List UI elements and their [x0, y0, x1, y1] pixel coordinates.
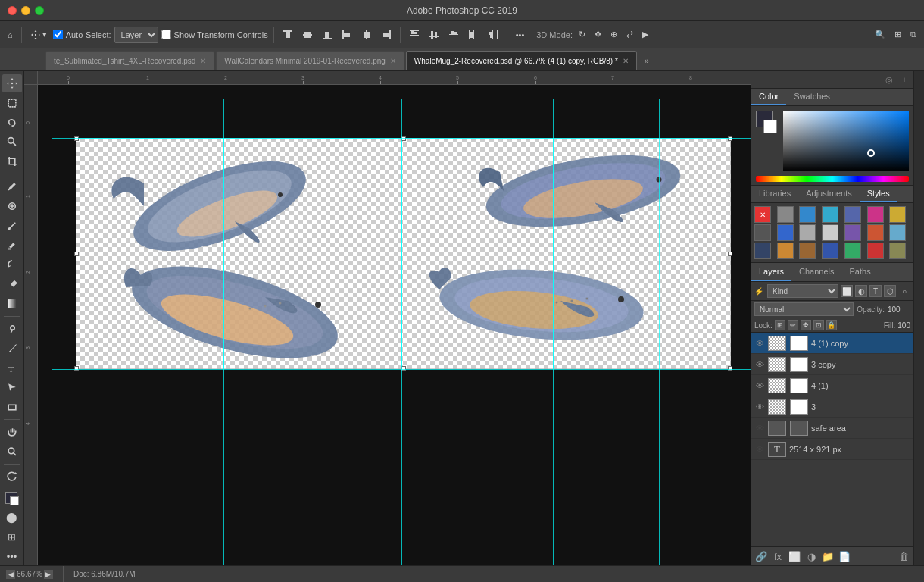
- tab-3-close[interactable]: ✕: [623, 57, 629, 65]
- move-tool-button[interactable]: ▾: [27, 28, 50, 42]
- align-vertical-center-button[interactable]: [299, 28, 316, 42]
- style-swatch-14[interactable]: [754, 242, 771, 259]
- style-swatch-16[interactable]: [799, 242, 816, 259]
- maximize-button[interactable]: [35, 6, 44, 15]
- style-swatch-6[interactable]: [889, 206, 906, 223]
- distribute-vc-button[interactable]: [426, 28, 442, 42]
- style-swatch-10[interactable]: [822, 224, 838, 241]
- distribute-left-button[interactable]: [465, 28, 482, 42]
- style-swatch-18[interactable]: [844, 242, 861, 259]
- eyedropper-tool[interactable]: [2, 177, 22, 196]
- style-swatch-11[interactable]: [844, 224, 861, 241]
- paths-tab[interactable]: Paths: [842, 263, 879, 281]
- style-swatch-4[interactable]: [844, 206, 861, 223]
- new-layer-button[interactable]: 📄: [838, 549, 851, 563]
- color-hue-slider[interactable]: [756, 176, 909, 182]
- text-tool[interactable]: T: [2, 359, 22, 377]
- distribute-bottom-button[interactable]: [445, 28, 462, 42]
- lock-position-icon[interactable]: ✥: [801, 320, 811, 330]
- layer-2-visibility[interactable]: 👁: [754, 380, 765, 391]
- style-swatch-9[interactable]: [799, 224, 816, 241]
- auto-select-dropdown[interactable]: Layer: [114, 27, 158, 43]
- canvas-background[interactable]: [38, 85, 751, 565]
- style-swatch-20[interactable]: [889, 242, 906, 259]
- color-spectrum-box[interactable]: [783, 111, 909, 171]
- color-picker-circle[interactable]: [867, 149, 875, 157]
- blend-mode-select[interactable]: Normal: [754, 302, 854, 316]
- link-layers-button[interactable]: 🔗: [754, 549, 768, 563]
- layers-tab[interactable]: Layers: [751, 263, 791, 281]
- arrange-button[interactable]: ⧉: [907, 28, 919, 41]
- adjustments-tab[interactable]: Adjustments: [798, 186, 860, 202]
- layers-filter-select[interactable]: Kind: [767, 284, 838, 298]
- delete-layer-button[interactable]: 🗑: [897, 549, 910, 563]
- filter-pixel-icon[interactable]: ⬜: [841, 285, 853, 297]
- filter-adjustment-icon[interactable]: ◐: [855, 285, 867, 297]
- align-left-button[interactable]: [339, 28, 355, 42]
- show-transform-checkbox[interactable]: [161, 30, 171, 39]
- layer-0-visibility[interactable]: 👁: [754, 338, 765, 349]
- style-swatch-7[interactable]: [754, 224, 771, 241]
- mode-3d-zoom[interactable]: ⊕: [607, 28, 620, 41]
- align-horizontal-center-button[interactable]: [358, 28, 375, 42]
- libraries-tab[interactable]: Libraries: [751, 186, 798, 202]
- pen-tool[interactable]: [2, 340, 22, 358]
- layer-item-2[interactable]: 👁 4 (1): [751, 375, 913, 396]
- mode-3d-pan[interactable]: ✥: [592, 28, 604, 41]
- color-tab[interactable]: Color: [751, 89, 786, 105]
- quick-select-tool[interactable]: [2, 133, 22, 152]
- new-fill-layer-button[interactable]: ◑: [804, 549, 818, 563]
- heal-tool[interactable]: [2, 197, 22, 215]
- selection-tool[interactable]: [2, 94, 22, 112]
- filter-toggle[interactable]: ○: [898, 285, 910, 297]
- nav-next-button[interactable]: ▶: [44, 570, 53, 579]
- crop-tool[interactable]: [2, 152, 22, 171]
- style-swatch-none[interactable]: ✕: [754, 206, 771, 223]
- style-swatch-3[interactable]: [822, 206, 838, 223]
- layer-item-1[interactable]: 👁 3 copy: [751, 354, 913, 375]
- more-tools-button[interactable]: •••: [2, 547, 22, 565]
- more-options-button[interactable]: •••: [513, 29, 528, 41]
- background-color-box[interactable]: [763, 120, 777, 133]
- path-select-tool[interactable]: [2, 379, 22, 397]
- lock-transparent-icon[interactable]: ⊞: [775, 320, 785, 330]
- tab-2-close[interactable]: ✕: [390, 57, 396, 65]
- search-button[interactable]: 🔍: [872, 28, 888, 41]
- lock-image-icon[interactable]: ✏: [788, 320, 798, 330]
- distribute-top-button[interactable]: [406, 28, 423, 42]
- rotate-view-tool[interactable]: [2, 468, 22, 486]
- zoom-tool[interactable]: [2, 443, 22, 461]
- panel-visibility-button[interactable]: ◎: [883, 74, 895, 86]
- mode-3d-rotate[interactable]: ↻: [576, 28, 588, 41]
- canvas-document[interactable]: [76, 138, 731, 369]
- dodge-tool[interactable]: [2, 320, 22, 338]
- layer-5-visibility[interactable]: 👁: [754, 444, 765, 455]
- workspace-button[interactable]: ⊞: [891, 28, 904, 41]
- layer-1-visibility[interactable]: 👁: [754, 359, 765, 370]
- align-right-button[interactable]: [378, 28, 395, 42]
- style-swatch-12[interactable]: [867, 224, 884, 241]
- auto-select-checkbox[interactable]: [53, 30, 63, 39]
- align-top-button[interactable]: [279, 28, 296, 42]
- layer-item-4[interactable]: 👁 safe area: [751, 418, 913, 439]
- tab-1[interactable]: te_Sublimated_Tshirt_4XL-Recovered.psd ✕: [45, 51, 214, 70]
- style-swatch-2[interactable]: [799, 206, 816, 223]
- lock-all-icon[interactable]: 🔒: [826, 320, 837, 330]
- filter-shape-icon[interactable]: ⬡: [884, 285, 896, 297]
- close-button[interactable]: [8, 6, 17, 15]
- lock-artboard-icon[interactable]: ⊡: [813, 320, 824, 330]
- tab-1-close[interactable]: ✕: [200, 57, 206, 65]
- channels-tab[interactable]: Channels: [791, 263, 841, 281]
- layer-item-5[interactable]: 👁 T 2514 x 921 px: [751, 439, 913, 460]
- mode-3d-cam[interactable]: ⇄: [623, 28, 636, 41]
- brush-tool[interactable]: [2, 217, 22, 235]
- new-group-button[interactable]: 📁: [821, 549, 835, 563]
- tab-3[interactable]: WhaleMug_2-Recovered.psd @ 66.7% (4 (1) …: [406, 51, 637, 70]
- screen-mode-button[interactable]: ⊞: [2, 527, 22, 546]
- styles-tab[interactable]: Styles: [860, 186, 897, 202]
- style-swatch-15[interactable]: [777, 242, 794, 259]
- foreground-color[interactable]: [2, 489, 22, 507]
- hand-tool[interactable]: [2, 423, 22, 441]
- quick-mask-button[interactable]: ⬤: [2, 508, 22, 526]
- clone-tool[interactable]: [2, 236, 22, 255]
